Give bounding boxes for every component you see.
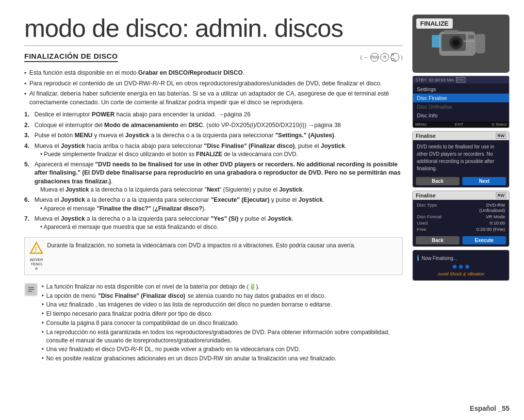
screen-bottom-bar-1: MENU EXIT ⊙ Select — [413, 121, 509, 128]
note-icon — [24, 283, 38, 296]
rdl-icon: R DL — [391, 53, 399, 62]
fp-title-1: Finalise — [416, 133, 436, 139]
numbered-steps: 1. Deslice el interruptor POWER hacia ab… — [24, 111, 403, 231]
dot-1 — [453, 265, 457, 269]
dot-3 — [465, 265, 469, 269]
topbar-time: 02:00:03 Min — [429, 78, 454, 82]
note-7: Una vez finalizado el disco DVD-R/-R DL,… — [42, 345, 403, 354]
left-column: modo de disco: admin. discos FINALIZACIÓ… — [24, 15, 403, 410]
note-5: Consulte la página 8 para conocer la com… — [42, 319, 403, 327]
screen-panel-settings: STBY 02:00:03 Min RW Settings Disc Final… — [412, 76, 509, 128]
page-number: Español _55 — [470, 404, 509, 412]
section-title: FINALIZACIÓN DE DISCO — [24, 52, 118, 62]
settings-menu: Settings Disc Finalise Disc Unfinalise D… — [413, 83, 509, 121]
svg-rect-11 — [468, 35, 474, 39]
intro-bullet-2: Para reproducir el contenido de un DVD-R… — [24, 80, 403, 89]
fip-info-row: ℹ Now Finalising... — [417, 254, 505, 262]
menu-disc-finalise[interactable]: Disc Finalise — [413, 94, 509, 102]
svg-rect-15 — [432, 35, 441, 48]
finalising-text: Now Finalising... — [422, 256, 457, 261]
bottom-menu: MENU — [415, 122, 427, 127]
menu-disc-unfinalise[interactable]: Disc Unfinalise — [413, 102, 509, 111]
step-4: 4. Mueva el Joystick hacia arriba o haci… — [24, 142, 403, 159]
step-6: 6. Mueva el Joystick a la derecha o a la… — [24, 196, 403, 212]
dip-body: Disc Type DVD-RW(Unfinalised) Disc Forma… — [413, 200, 509, 234]
finalize-label: FINALIZE — [416, 18, 453, 29]
dip-row-type: Disc Type DVD-RW(Unfinalised) — [417, 202, 505, 213]
fp-disc-icon-1: RW — [496, 133, 506, 139]
note-3: Una vez finalizado , las imágenes de víd… — [42, 301, 403, 309]
dot-2 — [459, 265, 463, 269]
note-pencil-icon — [24, 283, 38, 296]
finalising-panel: ℹ Now Finalising... Avoid Shock & Vibrat… — [412, 250, 509, 281]
camera-illustration — [429, 24, 492, 63]
menu-disc-info[interactable]: Disc Info — [413, 111, 509, 120]
next-button-1[interactable]: Next — [462, 177, 506, 185]
note-4: El tiempo necesario para finalizar podrí… — [42, 310, 403, 318]
step-2: 2. Coloque el interruptor del Modo de al… — [24, 121, 403, 130]
dip-row-used: Used 0:10:00 — [417, 220, 505, 226]
fip-dots — [453, 265, 469, 269]
dip-buttons: Back Execute — [413, 234, 509, 246]
step-3: 3. Pulse el botón MENU y mueva el Joysti… — [24, 131, 403, 140]
info-circle-icon: ℹ — [417, 254, 419, 262]
r-icon: R — [380, 53, 389, 62]
note-1: La función finalizar no está disponible … — [42, 283, 403, 291]
intro-bullet-1: Esta función está disponible en el modo … — [24, 69, 403, 78]
paren-close: ) — [401, 54, 403, 60]
back-button-1[interactable]: Back — [416, 177, 459, 185]
note-8: No es posible realizar grabaciones adici… — [42, 355, 403, 363]
warning-triangle-icon: ! — [30, 242, 43, 255]
execute-button[interactable]: Execute — [462, 236, 506, 244]
screen-topbar-1: STBY 02:00:03 Min RW — [413, 76, 509, 83]
fp-buttons-1: Back Next — [413, 175, 509, 187]
disc-info-panel: Finalise RW Disc Type DVD-RW(Unfinalised… — [412, 191, 509, 247]
fip-warning-text: Avoid Shock & Vibration — [438, 272, 484, 276]
topbar-rw: RW — [456, 77, 465, 82]
warning-icon-container: ! ADVERTENCIA — [30, 242, 43, 271]
note-bullets: La función finalizar no está disponible … — [42, 283, 403, 363]
bottom-select: ⊙ Select — [491, 122, 507, 127]
step-7: 7. Mueva el Joystick a la derecha o a la… — [24, 215, 403, 231]
dip-row-free: Free 0:20:00 (Fine) — [417, 226, 505, 232]
rw-icon: RW — [370, 53, 379, 62]
fp-header-1: Finalise RW — [413, 131, 509, 140]
note-6: La reproducción no está garantizada en t… — [42, 328, 403, 345]
step-1: 1. Deslice el interruptor POWER hacia ab… — [24, 111, 403, 119]
step-5: 5. Aparecerá el mensaje "DVD needs to be… — [24, 161, 403, 194]
fp-body-1: DVD needs to be finalised for use in oth… — [413, 140, 509, 175]
bottom-exit: EXIT — [455, 122, 463, 127]
intro-bullet-3: Al finalizar, debería haber suficiente e… — [24, 90, 403, 107]
note-2: La opción de menú "Disc Finalise" (Final… — [42, 292, 403, 300]
back-button-2[interactable]: Back — [416, 236, 459, 244]
warning-box: ! ADVERTENCIA Durante la finalización, n… — [24, 237, 403, 275]
dip-title: Finalise — [416, 193, 436, 198]
finalise-panel-1: Finalise RW DVD needs to be finalised fo… — [412, 131, 509, 188]
arrow-icon: ( ← — [360, 54, 369, 60]
warning-label: ADVERTENCIA — [30, 258, 43, 271]
disc-icons: ( ← RW R R DL ) — [360, 53, 403, 62]
topbar-stby: STBY — [415, 78, 427, 82]
menu-settings[interactable]: Settings — [413, 85, 509, 94]
svg-rect-12 — [475, 34, 485, 53]
section-header: FINALIZACIÓN DE DISCO ( ← RW R R DL ) — [24, 52, 403, 62]
fp-body-text-1: DVD needs to be finalised for use in oth… — [417, 144, 494, 171]
intro-bullets: Esta función está disponible en el modo … — [24, 69, 403, 107]
dip-row-format: Disc Format VR Mode — [417, 213, 505, 220]
note-box: La función finalizar no está disponible … — [24, 283, 403, 363]
fip-body: ℹ Now Finalising... Avoid Shock & Vibrat… — [413, 250, 509, 280]
svg-rect-13 — [444, 30, 458, 33]
dip-header: Finalise RW — [413, 191, 509, 200]
svg-point-10 — [453, 40, 459, 46]
warning-text: Durante la finalización, no someta la vi… — [47, 242, 356, 250]
camera-box: FINALIZE — [412, 15, 509, 73]
svg-text:!: ! — [35, 245, 37, 253]
right-column: FINALIZE — [412, 15, 509, 410]
page-title: modo de disco: admin. discos — [24, 15, 403, 46]
dip-disc-icon: RW — [496, 193, 506, 198]
